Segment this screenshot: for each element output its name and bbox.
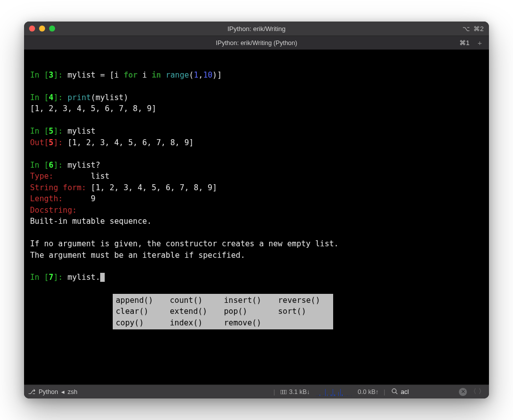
- divider-icon: |: [382, 388, 387, 395]
- zoom-icon[interactable]: [49, 26, 55, 32]
- window-shortcut: ⌘2: [473, 25, 484, 33]
- completion-item: [277, 317, 331, 328]
- branch-icon: ⎇: [28, 388, 36, 395]
- search-input[interactable]: acl: [401, 388, 456, 395]
- search-nav: 〈 〉: [470, 387, 485, 396]
- input-line: In [5]: mylist: [30, 126, 483, 137]
- input-line: In [6]: mylist?: [30, 160, 483, 171]
- input-line: In [4]: print(mylist): [30, 92, 483, 103]
- minimize-icon[interactable]: [39, 26, 45, 32]
- net-up: 0.0 kB↑: [358, 388, 379, 395]
- docstring-line: The argument must be an iterable if spec…: [30, 250, 483, 261]
- tab-shortcut: ⌘1: [459, 39, 469, 47]
- caret-left-icon: ◂: [61, 388, 65, 395]
- tabbar-right: ⌘1 +: [459, 39, 484, 47]
- titlebar: IPython: erik/Writing ⌥⌘2: [24, 22, 489, 36]
- terminal-window: IPython: erik/Writing ⌥⌘2 IPython: erik/…: [24, 22, 489, 398]
- svg-point-0: [392, 388, 396, 392]
- info-line: String form: [1, 2, 3, 4, 5, 6, 7, 8, 9]: [30, 182, 483, 193]
- output-line: Out[5]: [1, 2, 3, 4, 5, 6, 7, 8, 9]: [30, 137, 483, 148]
- docstring-line: Built-in mutable sequence.: [30, 216, 483, 227]
- completion-popup[interactable]: append() count() insert() reverse() clea…: [113, 294, 333, 329]
- tab-title[interactable]: IPython: erik/Writing (Python): [24, 40, 489, 47]
- alt-key-icon: ⌥: [462, 25, 470, 33]
- search-icon: [391, 388, 398, 396]
- completion-item[interactable]: reverse(): [277, 295, 331, 306]
- close-icon[interactable]: [29, 26, 35, 32]
- info-line: Type: list: [30, 171, 483, 182]
- window-title: IPython: erik/Writing: [24, 25, 489, 33]
- net-down: 3.1 kB↓: [289, 388, 310, 395]
- network-icon: ▯▯▯: [280, 388, 286, 395]
- completion-item[interactable]: insert(): [223, 295, 277, 306]
- status-network: | ▯▯▯ 3.1 kB↓ 0.0 kB↑ |: [272, 388, 387, 396]
- info-line: Length: 9: [30, 193, 483, 204]
- new-tab-button[interactable]: +: [475, 39, 484, 47]
- popup-row: append() count() insert() reverse(): [115, 295, 331, 306]
- divider-icon: |: [272, 388, 277, 395]
- completion-item[interactable]: sort(): [277, 306, 331, 317]
- completion-item[interactable]: pop(): [223, 306, 277, 317]
- blank-line: [30, 148, 483, 159]
- completion-item[interactable]: copy(): [115, 317, 169, 328]
- search-box[interactable]: acl: [391, 388, 456, 396]
- svg-line-1: [396, 392, 397, 393]
- blank-line: [30, 227, 483, 238]
- tabbar: IPython: erik/Writing (Python) ⌘1 +: [24, 36, 489, 50]
- popup-row: copy() index() remove(): [115, 317, 331, 328]
- cursor-icon: [100, 273, 105, 282]
- completion-item[interactable]: extend(): [169, 306, 223, 317]
- statusbar: ⎇ Python ◂ zsh | ▯▯▯ 3.1 kB↓ 0.0 kB↑ |: [24, 384, 489, 398]
- docstring-line: If no argument is given, the constructor…: [30, 238, 483, 249]
- terminal-body[interactable]: In [3]: mylist = [i for i in range(1,10)…: [24, 50, 489, 384]
- completion-item[interactable]: append(): [115, 295, 169, 306]
- sparkline-icon: [313, 388, 355, 396]
- popup-row: clear() extend() pop() sort(): [115, 306, 331, 317]
- completion-item[interactable]: count(): [169, 295, 223, 306]
- input-line: In [3]: mylist = [i for i in range(1,10)…: [30, 70, 483, 81]
- blank-line: [30, 261, 483, 272]
- input-line: In [7]: mylist.: [30, 272, 483, 283]
- blank-line: [30, 115, 483, 126]
- completion-item[interactable]: index(): [169, 317, 223, 328]
- next-result-button[interactable]: 〉: [478, 387, 485, 396]
- info-line: Docstring:: [30, 205, 483, 216]
- status-left: ⎇ Python ◂ zsh: [28, 388, 77, 395]
- process-name: Python: [39, 388, 58, 395]
- shell-name: zsh: [68, 388, 77, 395]
- completion-item[interactable]: clear(): [115, 306, 169, 317]
- clear-search-button[interactable]: ✕: [459, 388, 467, 396]
- blank-line: [30, 81, 483, 92]
- titlebar-shortcut: ⌥⌘2: [462, 25, 484, 33]
- output-line: [1, 2, 3, 4, 5, 6, 7, 8, 9]: [30, 103, 483, 114]
- completion-item[interactable]: remove(): [223, 317, 277, 328]
- prev-result-button[interactable]: 〈: [470, 387, 476, 396]
- status-search: acl ✕ 〈 〉: [391, 387, 485, 396]
- traffic-lights: [29, 26, 55, 32]
